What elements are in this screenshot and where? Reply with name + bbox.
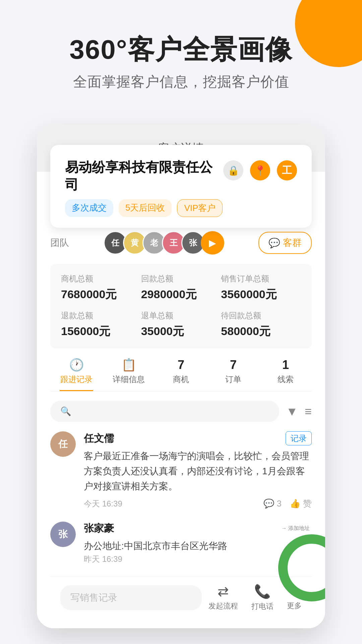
tab-label-2: 商机 [173,374,189,385]
tab-clock-icon: 🕐 [69,358,84,372]
tag-duoci: 多次成交 [65,199,113,217]
hero-subtitle: 全面掌握客户信息，挖掘客户价值 [20,72,342,91]
kequn-label: 客群 [283,236,302,249]
stats-row-2: 退款总额 156000元 退单总额 35000元 待回款总额 580000元 [61,310,301,339]
stat-label-1: 回款总额 [141,273,221,284]
stats-grid: 商机总额 7680000元 回款总额 2980000元 销售订单总额 35600… [50,264,312,348]
customer-tags: 多次成交 5天后回收 VIP客户 [65,199,297,217]
sort-icon[interactable]: ≡ [305,405,312,419]
filter-icon[interactable]: ▼ [286,405,298,419]
like-stat[interactable]: 👍 赞 [290,498,312,509]
call-label: 打电话 [251,601,274,611]
comment-icon: 💬 [263,498,274,509]
activity-footer-2: 昨天 16:39 [84,554,312,565]
stats-row-1: 商机总额 7680000元 回款总额 2980000元 销售订单总额 35600… [61,273,301,302]
activity-time-1: 今天 16:39 [84,498,122,509]
record-tag-1: 记录 [286,431,312,445]
tab-num-3: 7 [230,358,237,372]
search-row: 🔍 ▼ ≡ [50,401,312,422]
activity-header-1: 任文儒 记录 [84,431,312,445]
activity-item-2: 张 张家豪 → 添加地址 办公地址:中国北京市丰台区光华路 昨天 16:39 [50,522,312,565]
search-input[interactable]: 🔍 [50,401,279,422]
stat-value-0: 7680000元 [61,287,141,302]
tab-label-4: 线索 [278,374,294,385]
kequn-icon: 💬 [268,237,280,249]
stat-label-2: 销售订单总额 [221,273,301,284]
activity-actions-1: 💬 3 👍 赞 [263,498,312,509]
stat-value-3: 156000元 [61,324,141,339]
activity-name-2: 张家豪 [84,522,114,535]
location-icon[interactable]: 📍 [250,160,270,180]
like-icon: 👍 [290,498,300,509]
hero-section: 360°客户全景画像 全面掌握客户信息，挖掘客户价值 [0,0,362,105]
transfer-icon: ⇄ [218,584,229,599]
action-icons: 🔒 📍 工 [223,160,297,180]
lock-icon[interactable]: 🔒 [223,160,243,180]
customer-card-top: 易动纷享科技有限责任公司 🔒 📍 工 [65,158,297,193]
stat-shangjizonghe: 商机总额 7680000元 [61,273,141,302]
work-icon[interactable]: 工 [277,160,297,180]
start-flow-label: 发起流程 [208,601,238,611]
tab-label-3: 订单 [225,374,241,385]
activity-arrow: → 添加地址 [282,525,310,532]
customer-card: 易动纷享科技有限责任公司 🔒 📍 工 多次成交 5天后回收 VIP客户 [50,145,312,228]
tab-label-1: 详细信息 [113,374,145,385]
more-label: 更多 [287,601,302,611]
stat-daihuikuan: 待回款总额 580000元 [221,310,301,339]
call-button[interactable]: 📞 打电话 [251,584,274,611]
tag-vip: VIP客户 [177,199,223,217]
activity-content-2: 张家豪 → 添加地址 办公地址:中国北京市丰台区光华路 昨天 16:39 [84,522,312,565]
tab-xiansuo[interactable]: 1 线索 [269,358,302,391]
bottom-bar: 写销售记录 ⇄ 发起流程 📞 打电话 ··· 更多 [50,577,312,618]
activity-name-1: 任文儒 [84,432,114,445]
tabs: 🕐 跟进记录 📋 详细信息 7 商机 7 订单 1 线索 [50,358,312,391]
tab-shangji[interactable]: 7 商机 [164,358,198,391]
stat-label-0: 商机总额 [61,273,141,284]
stat-value-2: 3560000元 [221,287,301,302]
hero-title: 360°客户全景画像 [20,34,342,66]
tab-label-0: 跟进记录 [60,374,93,385]
tag-huishou: 5天后回收 [119,199,172,217]
team-label: 团队 [50,236,69,249]
stat-tuidan: 退单总额 35000元 [141,310,221,339]
team-avatars: 任 黄 老 王 张 ▶ [104,231,231,255]
phone-icon: 📞 [254,584,271,599]
stat-tuikuanzonghe: 退款总额 156000元 [61,310,141,339]
tab-num-4: 1 [282,358,289,372]
comment-count: 3 [277,498,282,509]
avatar-more[interactable]: ▶ [201,231,224,255]
activity-header-2: 张家豪 → 添加地址 [84,522,312,535]
kequn-button[interactable]: 💬 客群 [258,232,312,254]
company-name: 易动纷享科技有限责任公司 [65,158,223,193]
activity-text-1: 客户最近正准备一场海宁的演唱会，比较忙，会员管理方案负责人还没认真看，内部还没有… [84,449,312,494]
activity-avatar-1: 任 [50,431,76,457]
stat-xiaoshouzonghe: 销售订单总额 3560000元 [221,273,301,302]
team-row: 团队 任 黄 老 王 张 ▶ 💬 客群 [50,231,312,255]
stat-label-3: 退款总额 [61,310,141,321]
stat-value-1: 2980000元 [141,287,221,302]
activity-footer-1: 今天 16:39 💬 3 👍 赞 [84,498,312,509]
activity-content-1: 任文儒 记录 客户最近正准备一场海宁的演唱会，比较忙，会员管理方案负责人还没认真… [84,431,312,509]
tab-genjinjilu[interactable]: 🕐 跟进记录 [60,358,93,391]
tab-dingdan[interactable]: 7 订单 [217,358,250,391]
write-sales-input[interactable]: 写销售记录 [60,585,202,610]
tab-xiangxixinxi[interactable]: 📋 详细信息 [112,358,145,391]
activity-text-2: 办公地址:中国北京市丰台区光华路 [84,539,312,554]
tab-num-2: 7 [178,358,184,372]
stat-value-5: 580000元 [221,324,301,339]
activity-avatar-2: 张 [50,522,76,547]
phone-mockup: 客户详情 易动纷享科技有限责任公司 🔒 📍 工 多次成交 5天后回收 VIP客户… [37,125,325,628]
activity-time-2: 昨天 16:39 [84,554,122,565]
stat-label-5: 待回款总额 [221,310,301,321]
activity-item-1: 任 任文儒 记录 客户最近正准备一场海宁的演唱会，比较忙，会员管理方案负责人还没… [50,431,312,509]
comment-stat[interactable]: 💬 3 [263,498,282,509]
like-label: 赞 [303,498,312,509]
tab-doc-icon: 📋 [121,358,136,372]
search-icon: 🔍 [60,406,71,417]
write-input-placeholder: 写销售记录 [70,592,117,603]
stat-value-4: 35000元 [141,324,221,339]
start-flow-button[interactable]: ⇄ 发起流程 [208,584,238,611]
stat-huikuanzonghe: 回款总额 2980000元 [141,273,221,302]
stat-label-4: 退单总额 [141,310,221,321]
